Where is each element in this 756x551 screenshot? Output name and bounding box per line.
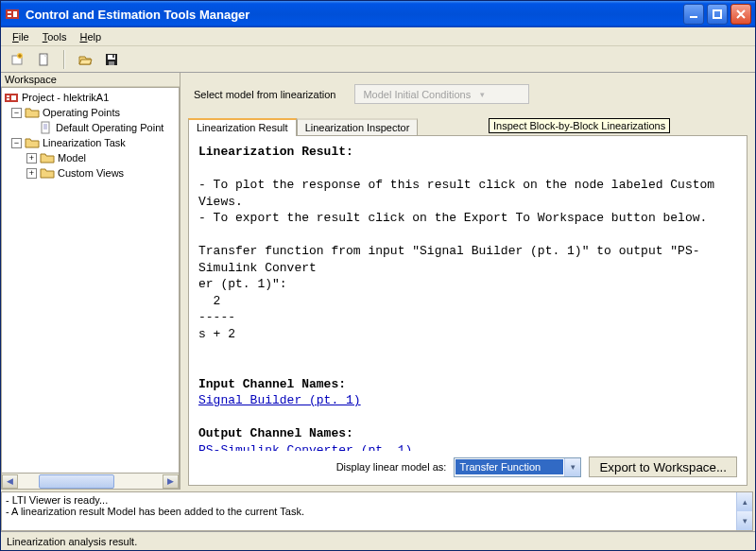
toolbar-separator [63,50,65,69]
tab-linearization-result[interactable]: Linearization Result [188,118,297,136]
document-icon [38,121,53,134]
app-icon [5,7,20,22]
result-line1: - To plot the response of this result cl… [198,177,737,210]
svg-rect-11 [109,61,114,65]
scroll-right-button[interactable]: ▶ [163,474,179,489]
chevron-down-icon[interactable]: ▾ [564,458,580,476]
project-icon [4,91,19,104]
folder-icon [25,136,40,149]
open-button[interactable] [75,49,95,70]
display-model-select[interactable]: Transfer Function ▾ [454,457,581,477]
tooltip: Inspect Block-by-Block Linearizations [489,118,670,133]
tf-line1: Transfer function from input "Signal Bui… [198,243,737,276]
svg-rect-5 [713,10,721,18]
combo-value: Model Initial Conditions [363,89,471,100]
tf-num: 2 [198,293,737,310]
select-model-label: Select model from linearization [194,89,335,100]
result-title: Linearization Result: [198,144,737,161]
tf-bar: ----- [198,309,737,326]
svg-rect-14 [7,95,9,97]
sidebar-hscrollbar[interactable]: ◀ ▶ [1,474,180,490]
new-task-button[interactable] [7,49,27,70]
scroll-down-button[interactable]: ▾ [736,511,752,530]
expand-icon[interactable]: + [26,168,37,179]
menu-bar: File Tools Help [1,27,755,46]
scroll-left-button[interactable]: ◀ [2,474,18,489]
menu-help[interactable]: Help [74,29,107,44]
save-button[interactable] [101,49,122,70]
scroll-track[interactable] [18,474,163,489]
workspace-sidebar: Workspace Project - hlektrikA1 − Operati… [1,73,180,490]
menu-tools[interactable]: Tools [37,29,73,44]
tabs: Linearization Result Linearization Inspe… [188,117,747,135]
folder-icon [40,166,55,180]
maximize-button[interactable] [707,4,728,25]
svg-rect-12 [112,55,114,58]
input-channel-header: Input Channel Names: [198,376,737,393]
svg-rect-17 [42,122,49,133]
collapse-icon[interactable]: − [11,138,22,148]
linearization-result-panel: Linearization Result: - To plot the resp… [188,135,747,486]
tree-model[interactable]: + Model [2,150,179,165]
result-line2: - To export the result click on the Expo… [198,210,737,227]
status-bar: Linearization analysis result. [1,531,755,550]
minimize-button[interactable] [683,4,704,25]
tab-linearization-inspector[interactable]: Linearization Inspector [297,118,419,135]
svg-rect-1 [8,11,11,13]
expand-icon[interactable]: + [26,153,37,164]
folder-icon [25,106,40,119]
log-line: - A linearization result Model has been … [6,506,736,517]
chevron-down-icon: ▾ [480,90,485,99]
tree-custom-views[interactable]: + Custom Views [2,165,179,181]
display-model-value: Transfer Function [455,459,563,474]
svg-rect-15 [7,98,9,100]
sidebar-label: Workspace [1,73,180,87]
svg-rect-2 [8,15,11,17]
svg-rect-4 [690,16,697,18]
scroll-thumb[interactable] [39,474,114,489]
tree-project[interactable]: Project - hlektrikA1 [2,90,179,105]
log-area: - LTI Viewer is ready... - A linearizati… [1,491,753,531]
input-channel-link[interactable]: Signal Builder (pt. 1) [198,393,361,407]
display-as-label: Display linear model as: [336,461,447,473]
output-channel-header: Output Channel Names: [198,425,737,442]
title-bar: Control and Estimation Tools Manager [1,1,755,27]
new-document-button[interactable] [33,49,54,70]
model-conditions-combo: Model Initial Conditions ▾ [354,84,529,104]
tree-operating-points[interactable]: − Operating Points [2,105,179,120]
status-text: Linearization analysis result. [7,536,137,547]
toolbar [1,46,755,73]
close-button[interactable] [730,4,751,25]
export-to-workspace-button[interactable]: Export to Workspace... [589,456,737,477]
workspace-tree[interactable]: Project - hlektrikA1 − Operating Points … [1,87,180,474]
log-line: - LTI Viewer is ready... [6,494,736,506]
svg-rect-3 [13,11,17,17]
scroll-up-button[interactable]: ▴ [736,492,752,511]
tf-den: s + 2 [198,326,737,343]
menu-file[interactable]: File [7,29,35,44]
svg-rect-16 [11,95,16,100]
tree-default-op[interactable]: Default Operating Point [2,120,179,135]
tf-line1b: er (pt. 1)": [198,276,737,293]
collapse-icon[interactable]: − [11,108,22,118]
folder-icon [40,151,55,164]
tree-linearization-task[interactable]: − Linearization Task [2,135,179,150]
output-channel-link[interactable]: PS-Simulink Converter (pt. 1) [198,443,412,451]
main-pane: Select model from linearization Model In… [180,73,755,490]
window-title: Control and Estimation Tools Manager [26,8,683,22]
